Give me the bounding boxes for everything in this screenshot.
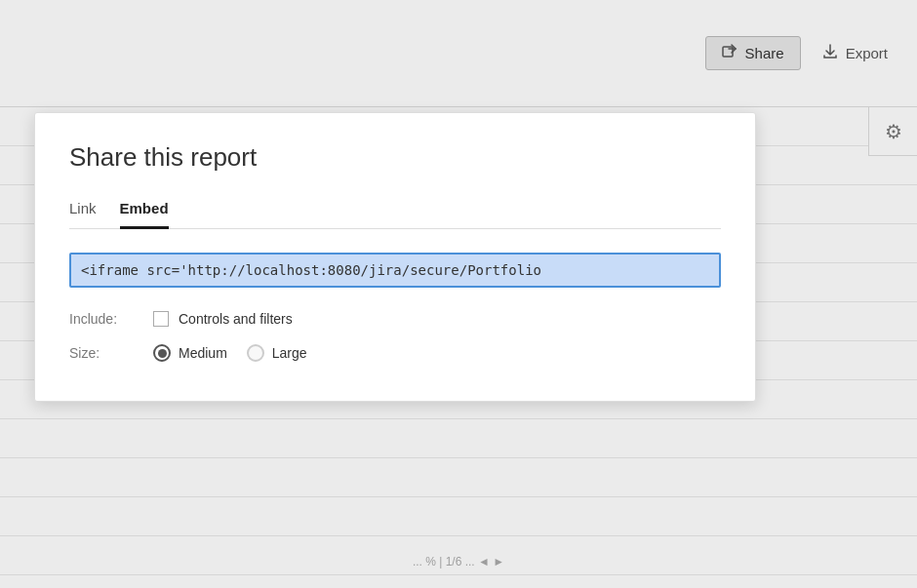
- size-radio-group: Medium Large: [153, 344, 307, 362]
- share-modal: Share this report Link Embed Include: Co…: [34, 112, 756, 402]
- include-row: Include: Controls and filters: [69, 311, 721, 327]
- include-label: Include:: [69, 311, 138, 327]
- medium-radio-wrapper: Medium: [153, 344, 227, 362]
- medium-radio[interactable]: [153, 344, 171, 362]
- medium-label: Medium: [179, 345, 227, 361]
- tab-link[interactable]: Link: [69, 200, 97, 229]
- controls-checkbox[interactable]: [153, 311, 169, 327]
- size-label: Size:: [69, 345, 138, 361]
- large-radio-wrapper: Large: [247, 344, 307, 362]
- large-label: Large: [272, 345, 307, 361]
- tab-embed[interactable]: Embed: [120, 200, 169, 229]
- size-row: Size: Medium Large: [69, 344, 721, 362]
- controls-label: Controls and filters: [179, 311, 293, 327]
- embed-input[interactable]: [69, 253, 721, 288]
- options-area: Include: Controls and filters Size: Medi…: [69, 311, 721, 362]
- large-radio[interactable]: [247, 344, 264, 362]
- tab-bar: Link Embed: [69, 200, 721, 229]
- modal-title: Share this report: [69, 142, 721, 173]
- controls-checkbox-wrapper: Controls and filters: [153, 311, 293, 327]
